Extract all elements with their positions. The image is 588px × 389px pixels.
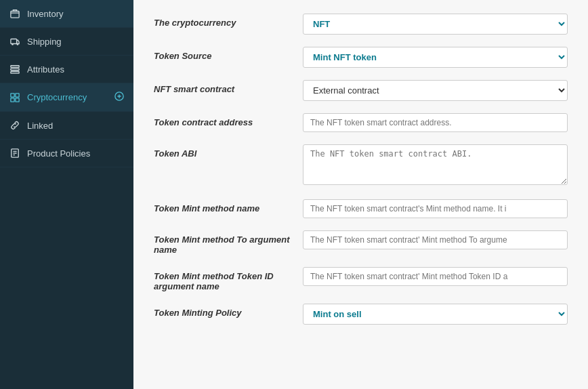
select-cryptocurrency[interactable]: NFT ETH BTC (303, 14, 568, 35)
control-token-contract-address (303, 113, 568, 132)
list-icon (9, 64, 20, 75)
sidebar-item-linked[interactable]: Linked (0, 112, 133, 140)
sidebar-item-inventory[interactable]: Inventory (0, 0, 133, 28)
field-token-minting-policy: Token Minting Policy Mint on sell Mint o… (154, 304, 568, 325)
label-cryptocurrency: The cryptocurrency (154, 14, 303, 28)
label-token-mint-method-to-argument-name: Token Mint method To argument name (154, 230, 303, 255)
link-icon (9, 120, 20, 131)
select-nft-smart-contract[interactable]: External contract Internal contract (303, 80, 568, 101)
control-token-minting-policy: Mint on sell Mint on purchase Mint manua… (303, 304, 568, 325)
input-token-mint-method-name[interactable] (303, 199, 568, 218)
field-token-mint-method-to-argument-name: Token Mint method To argument name (154, 230, 568, 255)
main-content: The cryptocurrency NFT ETH BTC Token Sou… (133, 0, 588, 389)
svg-rect-8 (16, 93, 19, 96)
svg-rect-0 (11, 12, 19, 18)
control-nft-smart-contract: External contract Internal contract (303, 80, 568, 101)
sidebar-item-label: Product Policies (27, 148, 124, 159)
svg-rect-5 (11, 68, 19, 70)
sidebar-item-label: Linked (27, 121, 124, 131)
textarea-token-abi[interactable] (303, 144, 568, 185)
control-token-mint-method-name (303, 199, 568, 218)
svg-point-3 (17, 43, 19, 45)
label-token-contract-address: Token contract address (154, 113, 303, 127)
svg-rect-7 (11, 93, 14, 96)
label-token-source: Token Source (154, 47, 303, 61)
sidebar-item-label: Shipping (27, 37, 124, 47)
svg-rect-9 (11, 98, 14, 101)
svg-rect-10 (16, 98, 19, 101)
grid-icon (9, 92, 20, 103)
policy-icon (9, 148, 20, 159)
field-token-source: Token Source Mint NFT token Existing NFT… (154, 47, 568, 68)
control-token-mint-method-to-argument-name (303, 230, 568, 249)
truck-icon (9, 36, 20, 47)
label-nft-smart-contract: NFT smart contract (154, 80, 303, 94)
control-token-abi (303, 144, 568, 187)
label-token-mint-method-token-id-argument-name: Token Mint method Token ID argument name (154, 267, 303, 291)
label-token-minting-policy: Token Minting Policy (154, 304, 303, 318)
sidebar-item-attributes[interactable]: Attributes (0, 56, 133, 83)
input-token-mint-method-token-id-argument-name[interactable] (303, 267, 568, 286)
field-nft-smart-contract: NFT smart contract External contract Int… (154, 80, 568, 101)
sidebar-item-shipping[interactable]: Shipping (0, 28, 133, 56)
svg-rect-6 (11, 72, 19, 74)
control-cryptocurrency: NFT ETH BTC (303, 14, 568, 35)
field-token-mint-method-name: Token Mint method name (154, 199, 568, 218)
select-token-source[interactable]: Mint NFT token Existing NFT token (303, 47, 568, 68)
label-token-mint-method-name: Token Mint method name (154, 199, 303, 213)
sidebar: Inventory Shipping Attributes (0, 0, 133, 389)
label-token-abi: Token ABI (154, 144, 303, 159)
field-cryptocurrency: The cryptocurrency NFT ETH BTC (154, 14, 568, 35)
control-token-mint-method-token-id-argument-name (303, 267, 568, 286)
sidebar-item-cryptocurrency[interactable]: Cryptocurrency (0, 83, 133, 112)
plus-circle-icon (114, 91, 124, 103)
input-token-mint-method-to-argument-name[interactable] (303, 230, 568, 249)
sidebar-item-label: Cryptocurrency (27, 92, 108, 102)
box-icon (9, 8, 20, 19)
sidebar-item-label: Attributes (27, 64, 124, 75)
field-token-abi: Token ABI (154, 144, 568, 187)
svg-point-2 (12, 43, 14, 45)
control-token-source: Mint NFT token Existing NFT token (303, 47, 568, 68)
sidebar-item-label: Inventory (27, 9, 124, 19)
select-token-minting-policy[interactable]: Mint on sell Mint on purchase Mint manua… (303, 304, 568, 325)
svg-rect-4 (11, 66, 19, 68)
svg-rect-1 (11, 39, 17, 44)
field-token-mint-method-token-id-argument-name: Token Mint method Token ID argument name (154, 267, 568, 291)
input-token-contract-address[interactable] (303, 113, 568, 132)
sidebar-item-product-policies[interactable]: Product Policies (0, 140, 133, 167)
field-token-contract-address: Token contract address (154, 113, 568, 132)
